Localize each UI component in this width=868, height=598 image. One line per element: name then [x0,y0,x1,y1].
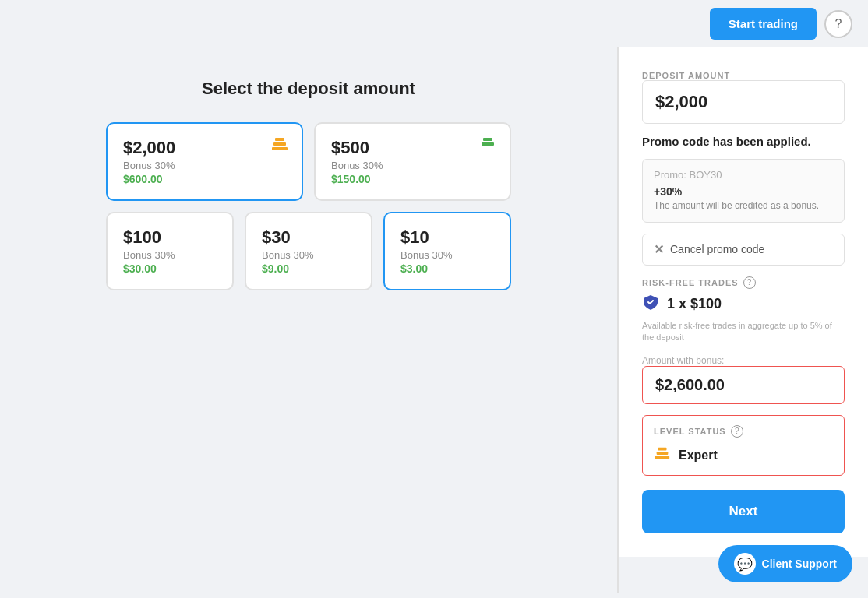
promo-code-box: Promo: BOY30 +30% The amount will be cre… [642,159,845,223]
shield-icon [642,294,659,315]
promo-bonus-pct: +30% [654,185,833,198]
svg-rect-2 [275,138,284,141]
deposit-card-500[interactable]: $500 Bonus 30% $150.00 [314,122,511,201]
risk-free-header: RISK-FREE TRADES ? [642,276,845,289]
deposit-card-100[interactable]: $100 Bonus 30% $30.00 [106,212,234,290]
level-status-value: Expert [654,445,833,466]
risk-free-value: 1 x $100 [642,294,845,315]
promo-applied-text: Promo code has been applied. [642,135,845,148]
header: Start trading ? [0,0,868,47]
cancel-promo-button[interactable]: ✕ Cancel promo code [642,234,845,266]
chat-icon: 💬 [734,553,756,575]
deposit-amount-section: DEPOSIT AMOUNT [642,71,845,124]
svg-rect-4 [483,138,492,141]
deposit-bonus-value: $600.00 [123,173,286,185]
deposit-grid-top: $2,000 Bonus 30% $600.00 $500 Bonus 30% … [106,122,511,201]
deposit-card-2000[interactable]: $2,000 Bonus 30% $600.00 [106,122,303,201]
level-status-text: Expert [679,448,718,463]
client-support-label: Client Support [762,558,837,570]
client-support-button[interactable]: 💬 Client Support [718,545,852,582]
amount-bonus-input[interactable] [642,366,845,404]
tier-icon-green [478,136,497,157]
level-status-box: LEVEL STATUS ? Expert [642,415,845,476]
main-container: Select the deposit amount $2,000 Bonus 3… [0,47,868,593]
deposit-bonus-value: $30.00 [123,262,217,275]
deposit-amount-label: $30 [262,227,355,248]
deposit-grid-bottom: $100 Bonus 30% $30.00 $30 Bonus 30% $9.0… [106,212,511,290]
deposit-amount-label: $100 [123,227,217,248]
deposit-amount-label: $2,000 [123,138,286,158]
level-status-label: LEVEL STATUS [654,427,726,436]
deposit-amount-label: $10 [400,227,494,248]
cancel-promo-label: Cancel promo code [670,243,764,255]
deposit-card-30[interactable]: $30 Bonus 30% $9.00 [245,212,372,290]
deposit-bonus-label: Bonus 30% [262,249,355,261]
level-status-header: LEVEL STATUS ? [654,425,833,438]
svg-rect-7 [658,447,667,450]
amount-bonus-section: Amount with bonus: [642,355,845,404]
promo-applied-section: Promo code has been applied. [642,135,845,148]
page-title: Select the deposit amount [202,79,415,99]
expert-icon [654,445,671,466]
risk-free-amount: 1 x $100 [667,296,722,312]
cancel-x-icon: ✕ [654,242,664,257]
risk-free-info-icon[interactable]: ? [743,276,756,289]
risk-free-note: Available risk-free trades in aggregate … [642,320,845,344]
promo-code-title: Promo: BOY30 [654,169,833,181]
level-status-info-icon[interactable]: ? [731,425,743,438]
tier-icon-gold [270,136,289,157]
svg-rect-3 [482,142,494,146]
deposit-amount-label: $500 [331,138,494,158]
svg-rect-6 [657,452,669,455]
next-button[interactable]: Next [642,490,845,533]
amount-bonus-label: Amount with bonus: [642,355,845,366]
deposit-bonus-label: Bonus 30% [331,160,494,171]
deposit-bonus-value: $9.00 [262,262,355,275]
deposit-bonus-label: Bonus 30% [123,249,217,261]
deposit-amount-input[interactable] [642,80,845,124]
deposit-bonus-value: $3.00 [400,262,494,275]
risk-free-section: RISK-FREE TRADES ? 1 x $100 Available ri… [642,276,845,344]
left-panel: Select the deposit amount $2,000 Bonus 3… [0,47,617,593]
svg-rect-1 [273,142,286,146]
svg-rect-5 [655,456,669,459]
start-trading-button[interactable]: Start trading [710,8,817,40]
promo-bonus-desc: The amount will be credited as a bonus. [654,199,833,213]
deposit-bonus-label: Bonus 30% [123,160,286,171]
right-panel: DEPOSIT AMOUNT Promo code has been appli… [619,47,868,557]
svg-rect-0 [272,147,288,150]
deposit-amount-label: DEPOSIT AMOUNT [642,71,845,80]
deposit-bonus-value: $150.00 [331,173,494,185]
risk-free-label: RISK-FREE TRADES [642,278,739,287]
deposit-bonus-label: Bonus 30% [400,249,494,261]
help-button[interactable]: ? [824,10,852,38]
deposit-card-10[interactable]: $10 Bonus 30% $3.00 [383,212,511,290]
